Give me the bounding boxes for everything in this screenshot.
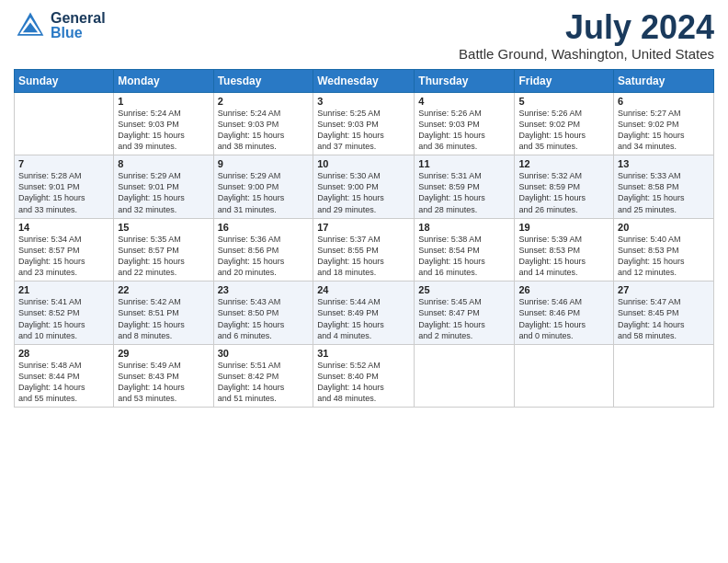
calendar-cell: 14Sunrise: 5:34 AM Sunset: 8:57 PM Dayli… xyxy=(15,218,114,282)
page: General Blue July 2024 Battle Ground, Wa… xyxy=(0,0,728,563)
calendar-cell: 3Sunrise: 5:25 AM Sunset: 9:03 PM Daylig… xyxy=(313,92,415,155)
calendar-cell: 23Sunrise: 5:43 AM Sunset: 8:50 PM Dayli… xyxy=(213,282,313,345)
calendar-week-5: 28Sunrise: 5:48 AM Sunset: 8:44 PM Dayli… xyxy=(15,344,714,408)
day-number: 14 xyxy=(18,222,109,233)
col-friday: Friday xyxy=(515,69,614,92)
calendar-cell: 15Sunrise: 5:35 AM Sunset: 8:57 PM Dayli… xyxy=(114,218,213,282)
calendar-cell: 28Sunrise: 5:48 AM Sunset: 8:44 PM Dayli… xyxy=(15,344,114,408)
cell-content: Sunrise: 5:26 AM Sunset: 9:03 PM Dayligh… xyxy=(418,108,510,153)
day-number: 19 xyxy=(518,222,609,233)
cell-content: Sunrise: 5:25 AM Sunset: 9:03 PM Dayligh… xyxy=(317,108,410,153)
cell-content: Sunrise: 5:44 AM Sunset: 8:49 PM Dayligh… xyxy=(317,296,410,341)
calendar-cell: 29Sunrise: 5:49 AM Sunset: 8:43 PM Dayli… xyxy=(114,344,213,408)
day-number: 25 xyxy=(418,284,510,295)
col-monday: Monday xyxy=(114,69,213,92)
day-number: 30 xyxy=(218,348,310,359)
day-number: 9 xyxy=(218,158,310,169)
day-number: 10 xyxy=(317,158,410,169)
cell-content: Sunrise: 5:35 AM Sunset: 8:57 PM Dayligh… xyxy=(118,234,209,279)
day-number: 17 xyxy=(317,222,410,233)
logo-general-text: General xyxy=(51,11,106,26)
cell-content: Sunrise: 5:38 AM Sunset: 8:54 PM Dayligh… xyxy=(418,234,510,279)
logo-label: General Blue xyxy=(51,11,106,40)
day-number: 28 xyxy=(18,348,109,359)
calendar-cell xyxy=(415,344,515,408)
col-thursday: Thursday xyxy=(415,69,515,92)
cell-content: Sunrise: 5:41 AM Sunset: 8:52 PM Dayligh… xyxy=(18,296,109,341)
day-number: 13 xyxy=(618,158,710,169)
logo: General Blue xyxy=(14,9,106,42)
calendar-cell: 26Sunrise: 5:46 AM Sunset: 8:46 PM Dayli… xyxy=(515,282,614,345)
day-number: 5 xyxy=(518,96,609,107)
calendar-cell: 2Sunrise: 5:24 AM Sunset: 9:03 PM Daylig… xyxy=(213,92,313,155)
cell-content: Sunrise: 5:32 AM Sunset: 8:59 PM Dayligh… xyxy=(518,170,609,215)
cell-content: Sunrise: 5:26 AM Sunset: 9:02 PM Dayligh… xyxy=(518,108,609,153)
calendar-cell: 7Sunrise: 5:28 AM Sunset: 9:01 PM Daylig… xyxy=(15,155,114,219)
cell-content: Sunrise: 5:46 AM Sunset: 8:46 PM Dayligh… xyxy=(518,296,609,341)
day-number: 16 xyxy=(218,222,310,233)
cell-content: Sunrise: 5:43 AM Sunset: 8:50 PM Dayligh… xyxy=(218,296,310,341)
day-number: 15 xyxy=(118,222,209,233)
col-tuesday: Tuesday xyxy=(213,69,313,92)
cell-content: Sunrise: 5:34 AM Sunset: 8:57 PM Dayligh… xyxy=(18,234,109,279)
cell-content: Sunrise: 5:52 AM Sunset: 8:40 PM Dayligh… xyxy=(317,360,410,405)
col-wednesday: Wednesday xyxy=(313,69,415,92)
calendar-cell: 27Sunrise: 5:47 AM Sunset: 8:45 PM Dayli… xyxy=(614,282,714,345)
day-number: 26 xyxy=(518,284,609,295)
cell-content: Sunrise: 5:39 AM Sunset: 8:53 PM Dayligh… xyxy=(518,234,609,279)
day-number: 2 xyxy=(218,96,310,107)
logo-svg xyxy=(14,9,47,42)
cell-content: Sunrise: 5:49 AM Sunset: 8:43 PM Dayligh… xyxy=(118,360,209,405)
calendar-cell: 12Sunrise: 5:32 AM Sunset: 8:59 PM Dayli… xyxy=(515,155,614,219)
calendar-cell: 24Sunrise: 5:44 AM Sunset: 8:49 PM Dayli… xyxy=(313,282,415,345)
cell-content: Sunrise: 5:31 AM Sunset: 8:59 PM Dayligh… xyxy=(418,170,510,215)
subtitle: Battle Ground, Washington, United States xyxy=(459,46,714,62)
calendar-cell xyxy=(515,344,614,408)
calendar-cell: 8Sunrise: 5:29 AM Sunset: 9:01 PM Daylig… xyxy=(114,155,213,219)
day-number: 31 xyxy=(317,348,410,359)
cell-content: Sunrise: 5:30 AM Sunset: 9:00 PM Dayligh… xyxy=(317,170,410,215)
calendar-header: Sunday Monday Tuesday Wednesday Thursday… xyxy=(15,69,714,92)
calendar-cell xyxy=(614,344,714,408)
calendar-cell xyxy=(15,92,114,155)
day-number: 3 xyxy=(317,96,410,107)
col-saturday: Saturday xyxy=(614,69,714,92)
calendar-cell: 13Sunrise: 5:33 AM Sunset: 8:58 PM Dayli… xyxy=(614,155,714,219)
calendar-week-3: 14Sunrise: 5:34 AM Sunset: 8:57 PM Dayli… xyxy=(15,218,714,282)
day-number: 22 xyxy=(118,284,209,295)
cell-content: Sunrise: 5:40 AM Sunset: 8:53 PM Dayligh… xyxy=(618,234,710,279)
day-number: 8 xyxy=(118,158,209,169)
calendar-cell: 20Sunrise: 5:40 AM Sunset: 8:53 PM Dayli… xyxy=(614,218,714,282)
calendar-week-2: 7Sunrise: 5:28 AM Sunset: 9:01 PM Daylig… xyxy=(15,155,714,219)
col-sunday: Sunday xyxy=(15,69,114,92)
header: General Blue July 2024 Battle Ground, Wa… xyxy=(14,9,714,62)
calendar-week-4: 21Sunrise: 5:41 AM Sunset: 8:52 PM Dayli… xyxy=(15,282,714,345)
calendar-cell: 31Sunrise: 5:52 AM Sunset: 8:40 PM Dayli… xyxy=(313,344,415,408)
day-number: 6 xyxy=(618,96,710,107)
calendar-cell: 5Sunrise: 5:26 AM Sunset: 9:02 PM Daylig… xyxy=(515,92,614,155)
cell-content: Sunrise: 5:37 AM Sunset: 8:55 PM Dayligh… xyxy=(317,234,410,279)
calendar-cell: 11Sunrise: 5:31 AM Sunset: 8:59 PM Dayli… xyxy=(415,155,515,219)
day-number: 7 xyxy=(18,158,109,169)
calendar-cell: 19Sunrise: 5:39 AM Sunset: 8:53 PM Dayli… xyxy=(515,218,614,282)
calendar-cell: 4Sunrise: 5:26 AM Sunset: 9:03 PM Daylig… xyxy=(415,92,515,155)
day-number: 4 xyxy=(418,96,510,107)
cell-content: Sunrise: 5:47 AM Sunset: 8:45 PM Dayligh… xyxy=(618,296,710,341)
cell-content: Sunrise: 5:24 AM Sunset: 9:03 PM Dayligh… xyxy=(218,108,310,153)
calendar-cell: 1Sunrise: 5:24 AM Sunset: 9:03 PM Daylig… xyxy=(114,92,213,155)
cell-content: Sunrise: 5:28 AM Sunset: 9:01 PM Dayligh… xyxy=(18,170,109,215)
logo-blue-text: Blue xyxy=(51,26,106,40)
calendar-cell: 6Sunrise: 5:27 AM Sunset: 9:02 PM Daylig… xyxy=(614,92,714,155)
header-row: Sunday Monday Tuesday Wednesday Thursday… xyxy=(15,69,714,92)
day-number: 18 xyxy=(418,222,510,233)
calendar-cell: 25Sunrise: 5:45 AM Sunset: 8:47 PM Dayli… xyxy=(415,282,515,345)
day-number: 24 xyxy=(317,284,410,295)
cell-content: Sunrise: 5:48 AM Sunset: 8:44 PM Dayligh… xyxy=(18,360,109,405)
day-number: 12 xyxy=(518,158,609,169)
calendar-cell: 18Sunrise: 5:38 AM Sunset: 8:54 PM Dayli… xyxy=(415,218,515,282)
cell-content: Sunrise: 5:29 AM Sunset: 9:01 PM Dayligh… xyxy=(118,170,209,215)
day-number: 29 xyxy=(118,348,209,359)
calendar-cell: 9Sunrise: 5:29 AM Sunset: 9:00 PM Daylig… xyxy=(213,155,313,219)
day-number: 1 xyxy=(118,96,209,107)
cell-content: Sunrise: 5:33 AM Sunset: 8:58 PM Dayligh… xyxy=(618,170,710,215)
